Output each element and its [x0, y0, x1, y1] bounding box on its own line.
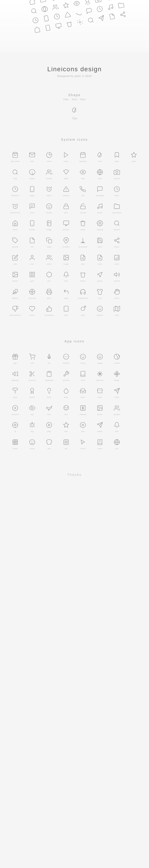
icon-label-abstract: abstract: [11, 413, 19, 416]
hero-icon: [62, 2, 69, 9]
icon-cell-bird: bird: [41, 401, 58, 418]
icon-label-emoji: emoji: [81, 362, 86, 364]
fruit-icon: [62, 404, 70, 412]
pie-icon: [45, 151, 53, 159]
icon-label-search: find: [13, 178, 17, 180]
shape-size-label: 72px: [72, 117, 77, 120]
frame-icon: [11, 438, 19, 446]
bulb-icon: [45, 387, 53, 395]
icon-label-fire: fire: [48, 362, 51, 364]
icon-label-touch: touch: [114, 297, 119, 300]
icon-cell-alarmclock: alarmclock: [7, 199, 24, 217]
icon-cell-hat: hat: [41, 435, 58, 453]
icon-cell-tablet: page: [24, 182, 41, 199]
hero-icon: [53, 13, 60, 20]
users-icon: [45, 253, 53, 262]
headphone-icon: [79, 288, 87, 296]
icon-label-appstore: App store: [11, 160, 20, 163]
icon-label-phone: call: [81, 194, 85, 197]
icon-cell-empty8: [125, 285, 142, 302]
svg-marker-176: [63, 423, 69, 428]
icon-cell-book: book: [74, 367, 91, 384]
feather-icon: [11, 288, 19, 296]
icon-label-trash: trash: [81, 229, 85, 231]
svg-rect-74: [47, 221, 51, 226]
star-icon: [130, 151, 138, 159]
icon-cell-download: download: [74, 234, 91, 251]
svg-point-8: [31, 8, 36, 13]
bell2-icon: [113, 421, 121, 429]
icon-cell-music: music: [91, 199, 109, 217]
svg-line-147: [31, 373, 32, 374]
shape-section: Shape 16px · 32px · 64px 72px: [0, 86, 149, 126]
icon-cell-empty7: [125, 268, 142, 285]
svg-line-55: [47, 187, 47, 188]
svg-line-91: [116, 241, 118, 242]
svg-point-161: [31, 407, 33, 409]
book2-icon: [96, 438, 104, 446]
svg-line-92: [116, 239, 118, 240]
hero-icon: [30, 7, 37, 14]
chat-icon: [28, 202, 36, 210]
svg-point-13: [97, 0, 99, 1]
icon-label-bulb: bulb: [47, 396, 51, 399]
eye2-icon: [28, 404, 36, 412]
drop-icon: [62, 387, 70, 395]
icon-cell-gear: setting: [91, 216, 109, 234]
svg-line-83: [118, 224, 119, 226]
icon-cell-users: users: [41, 251, 58, 268]
clock-icon: [11, 185, 19, 193]
icon-label-thumbsup: thumbsup: [44, 314, 54, 316]
icon-cell-home: home: [7, 216, 24, 234]
icon-label-image: image: [63, 263, 69, 265]
icon-label-chinese: chinese: [80, 413, 87, 416]
icon-cell-umbrella: shade: [24, 165, 41, 183]
print-icon: [45, 288, 53, 296]
bookmark-icon: [113, 151, 121, 159]
svg-line-146: [33, 374, 34, 376]
svg-point-70: [98, 207, 99, 209]
icon-label-play2: play: [47, 430, 51, 433]
cookie-icon: [113, 352, 121, 361]
icon-cell-phone: call: [74, 182, 91, 199]
hero-icon: [85, 7, 93, 14]
svg-rect-109: [33, 275, 34, 277]
icon-cell-shirt: shirt: [91, 285, 109, 302]
svg-marker-43: [131, 152, 136, 157]
icon-cell-empty4: [125, 216, 142, 234]
svg-rect-23: [56, 23, 61, 28]
map-icon: [113, 305, 121, 313]
icon-label-send: send: [115, 396, 119, 399]
hero-icon: [42, 15, 50, 22]
icon-label-award: award: [29, 396, 35, 399]
icon-cell-dj: dj: [7, 418, 24, 435]
icon-cell-gift: gift: [7, 350, 24, 367]
icon-label-cookie: cookie: [114, 362, 120, 364]
send-icon: [113, 387, 121, 395]
icon-label-fridge: fridge: [47, 229, 52, 231]
icon-cell-empty-a4: [125, 401, 142, 418]
icon-label-asterisk: asterisk: [96, 379, 103, 381]
icon-label-feather: feather: [12, 297, 18, 300]
icon-cell-camera: camera: [109, 165, 125, 183]
message-icon: [96, 185, 104, 193]
doc-icon: [79, 253, 87, 262]
icon-cell-empty3: [125, 199, 142, 217]
svg-point-113: [31, 291, 33, 292]
icon-cell-frame: frame: [7, 435, 24, 453]
icon-cell-cursor: cursor: [74, 435, 91, 453]
svg-point-88: [118, 238, 119, 239]
icon-cell-mail: mail: [24, 148, 41, 165]
icon-cell-star2: star: [58, 418, 74, 435]
icon-cell-diy: diy: [58, 435, 74, 453]
svg-point-93: [31, 255, 33, 257]
lock-icon: [62, 202, 70, 210]
shape-sizes: 16px · 32px · 64px: [4, 98, 145, 101]
icon-cell-fire: fire: [41, 350, 58, 367]
bell-icon: [62, 271, 70, 279]
svg-point-90: [118, 242, 119, 243]
icon-cell-lock: lock: [58, 199, 74, 217]
icon-label-eye2: eye: [31, 413, 34, 416]
icon-label-thumbsdown: thumbsdown: [9, 314, 21, 316]
net-icon: [113, 438, 121, 446]
